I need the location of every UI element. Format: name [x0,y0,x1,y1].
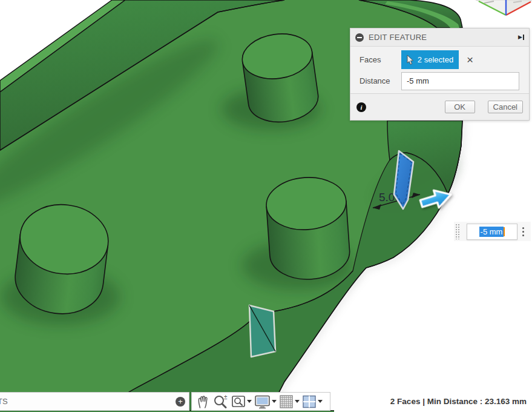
edit-feature-dialog: EDIT FEATURE ▶ Faces 2 selected × Distan… [350,28,530,121]
comments-bar[interactable]: TS + [0,392,189,411]
navigation-toolbar: ± [191,392,330,411]
faces-label: Faces [360,55,401,64]
fit-view-caret-icon[interactable] [247,400,252,403]
grid-icon [279,394,294,410]
dialog-title: EDIT FEATURE [369,33,518,42]
pan-hand-icon [195,394,210,410]
zoom-magnifier-icon: ± [212,394,229,410]
svg-text:±: ± [224,394,228,400]
collapse-circle-icon[interactable] [355,33,364,42]
cylinder-boss-center[interactable] [264,175,351,282]
dialog-footer: i OK Cancel [350,93,529,120]
display-settings-tool[interactable] [253,393,278,410]
comments-bar-text: TS [0,397,8,406]
pan-tool[interactable] [194,393,211,410]
add-comment-icon[interactable]: + [176,397,185,407]
selection-status-text: 2 Faces | Min Distance : 23.163 mm [390,397,527,406]
ok-button[interactable]: OK [445,101,475,113]
text-caret [504,227,505,236]
info-icon[interactable]: i [356,102,366,112]
fusion-canvas: { "canvas": {"width": 879, "height": 680… [0,0,532,412]
zoom-tool[interactable]: ± [211,393,230,410]
cancel-button[interactable]: Cancel [488,101,523,113]
dialog-titlebar[interactable]: EDIT FEATURE ▶ [350,28,529,47]
view-cube[interactable] [476,0,531,15]
drag-handle-icon[interactable] [455,224,461,239]
cylinder-boss-top[interactable] [239,30,321,127]
faces-selection-count: 2 selected [418,55,453,64]
fit-view-tool[interactable] [230,393,253,410]
display-settings-caret-icon[interactable] [272,400,277,403]
fit-view-icon [231,394,246,410]
faces-row: Faces 2 selected × [350,49,529,70]
floating-value-widget: -5 mm [454,222,531,241]
viewports-caret-icon[interactable] [318,400,323,403]
cursor-arrow-icon [407,55,415,65]
kebab-menu-icon[interactable] [522,227,524,236]
viewports-tool[interactable] [301,393,324,410]
distance-label: Distance [360,76,401,85]
faces-selection-chip[interactable]: 2 selected [401,50,459,69]
distance-row: Distance [350,70,529,91]
selected-face-bottom[interactable] [249,305,275,357]
display-settings-icon [254,394,271,410]
clear-selection-icon[interactable]: × [467,54,473,65]
floating-distance-input[interactable]: -5 mm [467,224,517,240]
dock-panel-icon[interactable]: ▶ [518,35,524,40]
grid-caret-icon[interactable] [295,400,300,403]
grid-snaps-tool[interactable] [278,393,301,410]
viewports-icon [302,394,317,410]
distance-input[interactable] [401,72,519,90]
floating-distance-value: -5 mm [479,227,504,237]
